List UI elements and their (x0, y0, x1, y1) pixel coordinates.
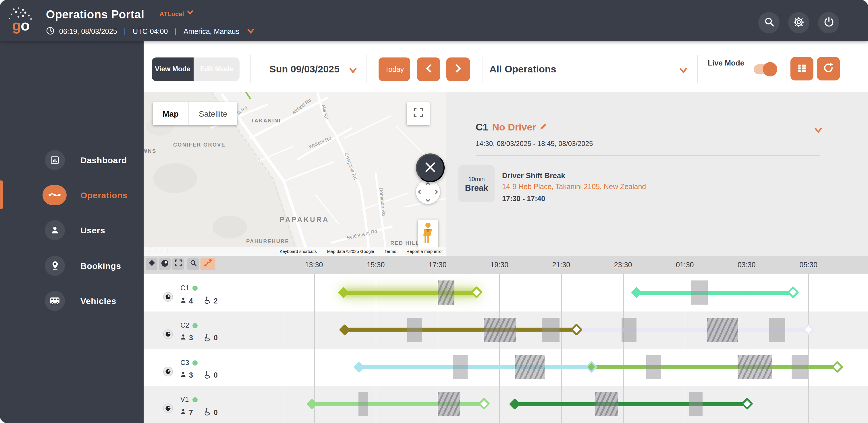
shift-endpoint-diamond (630, 287, 642, 298)
operations-filter[interactable]: All Operations (490, 58, 556, 81)
map-fullscreen-button[interactable] (407, 102, 430, 125)
vehicle-label: C3 (180, 358, 198, 366)
break-type: Break (465, 183, 488, 192)
busy-block (707, 318, 739, 342)
break-title: Driver Shift Break (502, 171, 565, 180)
active-indicator (0, 180, 3, 209)
refresh-button[interactable] (817, 57, 840, 81)
map-tab-map[interactable]: Map (153, 102, 188, 125)
chevron-down-icon (247, 28, 254, 36)
wheelchair-icon (204, 333, 211, 343)
wheelchair-icon (204, 296, 211, 306)
list-view-button[interactable] (790, 57, 813, 81)
shift-bar[interactable] (343, 291, 477, 295)
visibility-button[interactable] (159, 258, 170, 270)
fullscreen-icon (413, 108, 423, 120)
map-locality-label: TAKANINI (251, 118, 281, 124)
header-clock: 06:19, 08/03/2025 (59, 28, 117, 36)
sidebar-item-label: Operations (81, 190, 127, 200)
passenger-icon (180, 334, 187, 343)
map-canvas[interactable]: TAKANINICONIFER GROVEPAPAKURAPAHUREHURER… (144, 92, 446, 256)
map-tab-satellite[interactable]: Satellite (188, 102, 237, 125)
logout-button[interactable] (818, 12, 839, 33)
status-dot (192, 397, 197, 402)
shift-bar[interactable] (359, 365, 592, 369)
sidebar-item-bookings[interactable]: Bookings (0, 248, 144, 283)
map-locality-label: PAPAKURA (280, 215, 329, 223)
break-time-range: 17:30 - 17:40 (502, 195, 545, 203)
map-attribution-item[interactable]: Keyboard shortcuts (280, 249, 317, 254)
route-icon (204, 259, 213, 269)
vehicle-id: C1 (476, 122, 488, 133)
street-view-pegman[interactable] (417, 219, 438, 249)
bus-icon (45, 291, 65, 311)
date-selector[interactable]: Sun 09/03/2025 (261, 58, 347, 81)
sidebar-item-label: Vehicles (81, 296, 116, 305)
previous-day-button[interactable] (417, 58, 440, 81)
shift-endpoint-diamond (478, 398, 490, 410)
busy-block (359, 392, 368, 416)
vehicle-label: V1 (180, 396, 197, 404)
map-attribution-item[interactable]: Report a map error (406, 249, 443, 254)
capacity-counts: 30 (180, 333, 218, 343)
route-icon (42, 185, 67, 205)
settings-button[interactable] (788, 12, 809, 33)
map-attribution-item[interactable]: Terms (384, 249, 396, 254)
shift-endpoint-diamond (338, 287, 349, 298)
shift-time-range: 14:30, 08/03/2025 - 18:45, 08/03/2025 (476, 140, 593, 148)
shift-endpoint-diamond (832, 361, 844, 373)
sidebar-item-vehicles[interactable]: Vehicles (0, 283, 144, 319)
view-mode-button[interactable]: View Mode (152, 58, 194, 81)
diamond-filter-button[interactable] (146, 258, 157, 270)
row-visibility-toggle[interactable] (163, 366, 173, 376)
driver-name: No Driver (492, 122, 536, 133)
row-visibility-toggle[interactable] (163, 292, 173, 302)
live-mode-label: Live Mode (708, 59, 744, 68)
timeline-header: 13:3015:3017:3019:3021:3023:3001:3003:30… (144, 256, 868, 274)
edit-driver-button[interactable] (540, 122, 548, 133)
collapse-shift-chevron[interactable] (814, 125, 823, 135)
live-mode-toggle[interactable] (754, 64, 776, 74)
status-dot (193, 323, 198, 328)
next-day-button[interactable] (446, 58, 470, 81)
capacity-counts: 30 (180, 370, 218, 380)
today-button[interactable]: Today (378, 58, 410, 81)
route-overlay-button[interactable] (200, 258, 215, 270)
zoom-button[interactable] (187, 258, 199, 270)
busy-block (407, 318, 422, 342)
sidebar-item-dashboard[interactable]: Dashboard (0, 142, 144, 178)
row-visibility-toggle[interactable] (163, 329, 173, 339)
sidebar-item-operations[interactable]: Operations (0, 177, 144, 213)
sidebar-item-label: Dashboard (81, 155, 127, 165)
search-button[interactable] (758, 12, 779, 33)
axis-tick-label: 13:30 (305, 256, 323, 274)
eye-icon (161, 259, 169, 269)
divider (483, 55, 483, 83)
timeline-rows: C142C230C330V170 (144, 274, 868, 423)
map-pan-control[interactable] (416, 180, 440, 204)
busy-block (437, 280, 455, 305)
fit-view-button[interactable] (172, 258, 184, 270)
axis-tick-label: 15:30 (367, 256, 385, 274)
edit-mode-button[interactable]: Edit Mode (194, 58, 240, 81)
break-address-link[interactable]: 14-9 Heb Place, Takanini 2105, New Zeala… (502, 183, 646, 191)
chevron-down-icon[interactable] (349, 65, 357, 76)
close-panel-button[interactable] (416, 153, 445, 182)
sidebar-item-users[interactable]: Users (0, 212, 144, 248)
axis-tick-label: 17:30 (429, 256, 447, 274)
timezone-selector[interactable]: America, Manaus (184, 28, 240, 36)
busy-block (622, 318, 637, 342)
map-locality-label: WNS (144, 148, 157, 154)
axis-tick-label: 21:30 (552, 256, 570, 274)
user-icon (45, 220, 65, 240)
shift-bar[interactable] (636, 291, 794, 295)
shift-bar[interactable] (515, 402, 747, 406)
environment-selector[interactable]: ATLocal (159, 9, 194, 17)
break-duration: 10min (468, 175, 485, 182)
divider (476, 155, 820, 156)
row-visibility-toggle[interactable] (163, 404, 173, 414)
status-dot (193, 360, 198, 365)
wheelchair-icon (204, 408, 211, 418)
divider (250, 55, 251, 83)
chevron-down-icon[interactable] (679, 65, 688, 76)
